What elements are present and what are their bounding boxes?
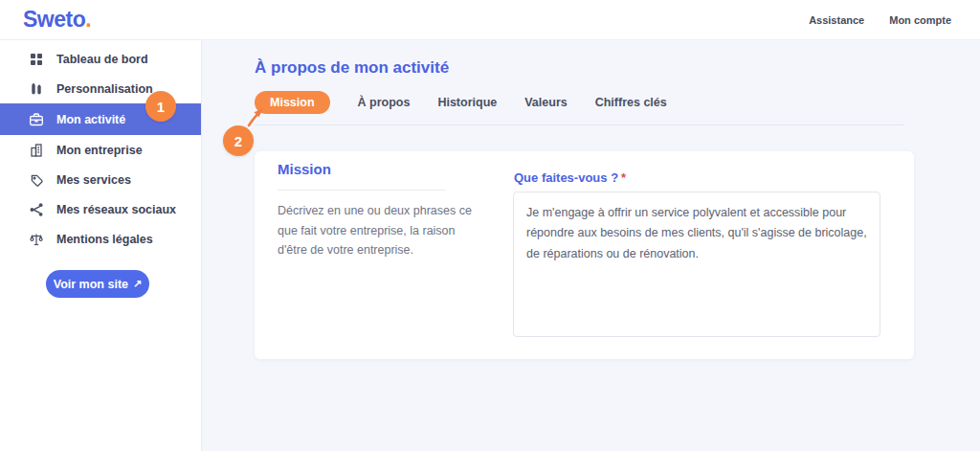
logo[interactable]: Sweto.: [23, 7, 91, 33]
logo-dot: .: [85, 7, 91, 32]
sidebar-item-label: Mes réseaux sociaux: [56, 203, 176, 216]
main-content: À propos de mon activité Mission À propo…: [202, 40, 980, 451]
section-divider: [278, 190, 446, 191]
sidebar-item-label: Mon activité: [56, 113, 125, 126]
section-title: Mission: [278, 161, 331, 177]
mission-card: Mission Décrivez en une ou deux phrases …: [255, 151, 914, 359]
page-title: À propos de mon activité: [255, 58, 980, 78]
tab-historique[interactable]: Historique: [437, 96, 497, 109]
external-link-icon: ↗: [133, 278, 142, 290]
sidebar-item-mentions-legales[interactable]: Mentions légales: [0, 224, 201, 254]
voir-mon-site-button[interactable]: Voir mon site ↗: [46, 270, 149, 298]
body-layout: Tableau de bord Personnalisation Mon act…: [0, 40, 980, 451]
cta-label: Voir mon site: [54, 278, 128, 291]
sidebar-item-mon-entreprise[interactable]: Mon entreprise: [0, 135, 201, 165]
tag-icon: [29, 172, 44, 188]
field-label: Que faites-vous ?*: [514, 170, 626, 185]
building-icon: [29, 143, 44, 158]
sidebar-item-label: Mentions légales: [56, 233, 153, 246]
sidebar: Tableau de bord Personnalisation Mon act…: [0, 40, 202, 451]
tab-divider: [255, 124, 904, 125]
top-links: Assistance Mon compte: [809, 14, 951, 26]
annotation-step-badge-1: 1: [145, 91, 176, 122]
tab-valeurs[interactable]: Valeurs: [524, 96, 567, 109]
top-bar: Sweto. Assistance Mon compte: [0, 0, 980, 40]
sidebar-item-label: Tableau de bord: [56, 53, 148, 66]
share-icon: [29, 202, 44, 217]
sidebar-item-mes-services[interactable]: Mes services: [0, 165, 201, 194]
sidebar-item-label: Personnalisation: [56, 82, 153, 96]
assistance-link[interactable]: Assistance: [809, 14, 864, 26]
sidebar-item-reseaux-sociaux[interactable]: Mes réseaux sociaux: [0, 194, 201, 224]
pens-icon: [29, 81, 44, 97]
sidebar-item-label: Mes services: [56, 173, 131, 187]
required-asterisk: *: [621, 170, 626, 185]
sidebar-item-dashboard[interactable]: Tableau de bord: [0, 44, 201, 74]
tab-chiffres-cles[interactable]: Chiffres clés: [595, 96, 667, 109]
dashboard-grid-icon: [29, 52, 44, 67]
account-link[interactable]: Mon compte: [889, 14, 951, 26]
section-description: Décrivez en une ou deux phrases ce que f…: [278, 201, 482, 260]
field-label-text: Que faites-vous ?: [514, 170, 618, 185]
annotation-step-badge-2: 2: [223, 125, 254, 156]
scales-icon: [29, 232, 44, 247]
sidebar-item-label: Mon entreprise: [56, 144, 143, 157]
app-window: Sweto. Assistance Mon compte Tableau de …: [0, 0, 980, 451]
tab-a-propos[interactable]: À propos: [358, 96, 411, 109]
logo-text: Sweto: [23, 7, 85, 32]
briefcase-icon: [29, 112, 44, 127]
mission-textarea[interactable]: Je m'engage à offrir un service polyvale…: [513, 192, 880, 337]
tab-bar: Mission À propos Historique Valeurs Chif…: [255, 91, 980, 113]
